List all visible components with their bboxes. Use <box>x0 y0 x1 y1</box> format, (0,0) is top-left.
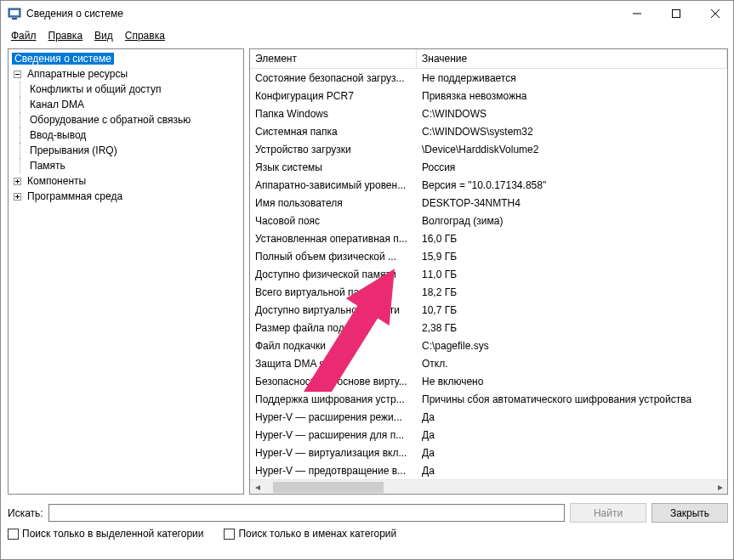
cell-element: Системная папка <box>250 126 417 138</box>
menu-file[interactable]: Файл <box>6 28 42 43</box>
cell-value: Версия = "10.0.17134.858" <box>417 179 727 191</box>
tree-item[interactable]: Ввод-вывод <box>9 127 243 143</box>
list-row[interactable]: Папка WindowsC:\WINDOWS <box>250 105 727 122</box>
cell-element: Состояние безопасной загруз... <box>250 72 417 84</box>
cell-element: Конфигурация PCR7 <box>250 90 417 102</box>
cell-element: Папка Windows <box>250 108 417 120</box>
list-row[interactable]: Размер файла подкачки2,38 ГБ <box>250 319 727 337</box>
svg-rect-1 <box>10 10 19 15</box>
tree-item-software-env[interactable]: Программная среда <box>9 189 243 204</box>
cell-element: Язык системы <box>250 161 417 173</box>
list-header: Элемент Значение <box>250 49 727 69</box>
list-row[interactable]: Часовой поясВолгоград (зима) <box>250 212 727 229</box>
list-row[interactable]: Защита DMA ядраОткл. <box>250 354 727 372</box>
list-row[interactable]: Hyper-V — виртуализация вкл...Да <box>250 444 727 461</box>
list-row[interactable]: Безопасность на основе вирту...Не включе… <box>250 372 727 390</box>
cell-value: Не поддерживается <box>417 72 727 84</box>
list-row[interactable]: Устройство загрузки\Device\HarddiskVolum… <box>250 140 727 158</box>
list-row[interactable]: Язык системыРоссия <box>250 158 727 176</box>
tree-item-hardware-resources[interactable]: Аппаратные ресурсы <box>9 66 243 82</box>
cell-element: Hyper-V — виртуализация вкл... <box>250 447 417 459</box>
list-row[interactable]: Hyper-V — предотвращение в...Да <box>250 461 727 479</box>
expand-icon[interactable] <box>12 176 22 186</box>
list-row[interactable]: Поддержка шифрования устр...Причины сбоя… <box>250 390 727 408</box>
cell-value: Откл. <box>417 358 727 370</box>
cell-element: Имя пользователя <box>250 197 417 209</box>
column-element[interactable]: Элемент <box>250 49 417 68</box>
minimize-button[interactable] <box>617 1 657 26</box>
cell-element: Поддержка шифрования устр... <box>250 393 417 405</box>
tree-item[interactable]: Оборудование с обратной связью <box>9 112 243 127</box>
list-row[interactable]: Hyper-V — расширения режи...Да <box>250 408 727 426</box>
search-input[interactable] <box>48 504 565 522</box>
cell-value: C:\pagefile.sys <box>417 340 727 352</box>
navigation-tree[interactable]: Сведения о системе Аппаратные ресурсы Ко… <box>8 48 244 495</box>
list-row[interactable]: Системная папкаC:\WINDOWS\system32 <box>250 122 727 140</box>
list-row[interactable]: Состояние безопасной загруз...Не поддерж… <box>250 69 727 87</box>
list-row[interactable]: Всего виртуальной памяти18,2 ГБ <box>250 283 727 301</box>
list-row[interactable]: Полный объем физической ...15,9 ГБ <box>250 247 727 265</box>
list-body[interactable]: Состояние безопасной загруз...Не поддерж… <box>250 69 727 479</box>
tree-item-system-summary[interactable]: Сведения о системе <box>9 51 243 66</box>
cell-element: Доступно виртуальной памяти <box>250 304 417 316</box>
cell-element: Безопасность на основе вирту... <box>250 376 417 387</box>
cell-value: Да <box>417 465 727 477</box>
cell-value: Да <box>417 429 727 441</box>
cell-value: 16,0 ГБ <box>417 233 727 245</box>
list-row[interactable]: Аппаратно-зависимый уровен...Версия = "1… <box>250 176 727 194</box>
cell-value: 18,2 ГБ <box>417 286 727 298</box>
scroll-thumb[interactable] <box>273 482 384 493</box>
find-button[interactable]: Найти <box>570 503 646 523</box>
list-row[interactable]: Доступно виртуальной памяти10,7 ГБ <box>250 301 727 319</box>
checkbox-selected-category[interactable]: Поиск только в выделенной категории <box>8 528 203 540</box>
cell-value: 11,0 ГБ <box>417 269 727 280</box>
list-row[interactable]: Доступно физической памяти11,0 ГБ <box>250 265 727 283</box>
cell-element: Файл подкачки <box>250 340 417 352</box>
cell-element: Защита DMA ядра <box>250 358 417 370</box>
window-title: Сведения о системе <box>26 8 617 20</box>
menu-edit[interactable]: Правка <box>43 28 88 43</box>
list-row[interactable]: Файл подкачкиC:\pagefile.sys <box>250 337 727 354</box>
close-search-button[interactable]: Закрыть <box>651 503 728 523</box>
horizontal-scrollbar[interactable]: ◂ ▸ <box>250 479 727 494</box>
cell-element: Размер файла подкачки <box>250 322 417 334</box>
checkbox-category-names[interactable]: Поиск только в именах категорий <box>224 528 396 540</box>
svg-rect-2 <box>12 18 17 20</box>
expand-icon[interactable] <box>12 191 22 201</box>
details-list: Элемент Значение Состояние безопасной за… <box>249 48 728 495</box>
cell-value: Волгоград (зима) <box>417 215 727 227</box>
column-value[interactable]: Значение <box>417 49 727 68</box>
list-row[interactable]: Установленная оперативная п...16,0 ГБ <box>250 229 727 247</box>
checkbox-icon <box>8 529 19 540</box>
menu-help[interactable]: Справка <box>120 28 170 43</box>
cell-value: Да <box>417 411 727 423</box>
checkbox-icon <box>224 529 235 540</box>
tree-item[interactable]: Конфликты и общий доступ <box>9 82 243 97</box>
search-panel: Искать: Найти Закрыть Поиск только в выд… <box>1 498 734 548</box>
close-button[interactable] <box>696 1 734 26</box>
tree-item[interactable]: Канал DMA <box>9 97 243 112</box>
cell-value: Не включено <box>417 376 727 387</box>
cell-element: Hyper-V — расширения для п... <box>250 429 417 441</box>
cell-element: Установленная оперативная п... <box>250 233 417 245</box>
cell-value: Да <box>417 447 727 459</box>
menu-view[interactable]: Вид <box>89 28 118 43</box>
cell-value: Причины сбоя автоматического шифрования … <box>417 393 727 405</box>
list-row[interactable]: Имя пользователяDESKTOP-34NMTH4 <box>250 194 727 212</box>
list-row[interactable]: Hyper-V — расширения для п...Да <box>250 426 727 444</box>
tree-item[interactable]: Память <box>9 158 243 173</box>
svg-rect-4 <box>673 10 680 18</box>
tree-item-components[interactable]: Компоненты <box>9 173 243 189</box>
cell-element: Hyper-V — предотвращение в... <box>250 465 417 477</box>
cell-value: 10,7 ГБ <box>417 304 727 316</box>
list-row[interactable]: Конфигурация PCR7Привязка невозможна <box>250 87 727 105</box>
cell-element: Часовой пояс <box>250 215 417 227</box>
collapse-icon[interactable] <box>12 69 22 79</box>
scroll-right-icon[interactable]: ▸ <box>713 480 727 495</box>
cell-element: Аппаратно-зависимый уровен... <box>250 179 417 191</box>
scroll-left-icon[interactable]: ◂ <box>250 480 265 495</box>
cell-value: Привязка невозможна <box>417 90 727 102</box>
tree-item[interactable]: Прерывания (IRQ) <box>9 143 243 158</box>
maximize-button[interactable] <box>657 1 696 26</box>
cell-value: Россия <box>417 161 727 173</box>
